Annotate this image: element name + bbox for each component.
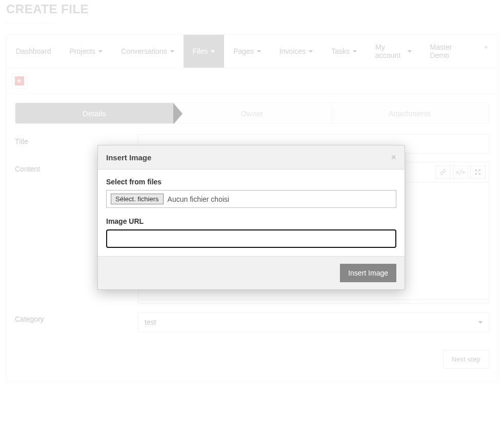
insert-image-modal: Insert Image × Select from files Sélect.… (97, 145, 405, 290)
file-status-text: Aucun fichier choisi (168, 195, 230, 203)
modal-title: Insert Image (106, 153, 151, 162)
image-url-input[interactable] (106, 229, 396, 248)
file-input-wrapper: Sélect. fichiers Aucun fichier choisi (106, 190, 396, 208)
select-from-files-label: Select from files (106, 178, 396, 186)
modal-header: Insert Image × (98, 145, 405, 170)
close-icon[interactable]: × (391, 153, 396, 162)
modal-body: Select from files Sélect. fichiers Aucun… (98, 170, 405, 256)
modal-footer: Insert Image (98, 256, 405, 289)
image-url-label: Image URL (106, 217, 396, 225)
file-select-button[interactable]: Sélect. fichiers (111, 194, 164, 204)
insert-image-button[interactable]: Insert Image (340, 264, 396, 282)
